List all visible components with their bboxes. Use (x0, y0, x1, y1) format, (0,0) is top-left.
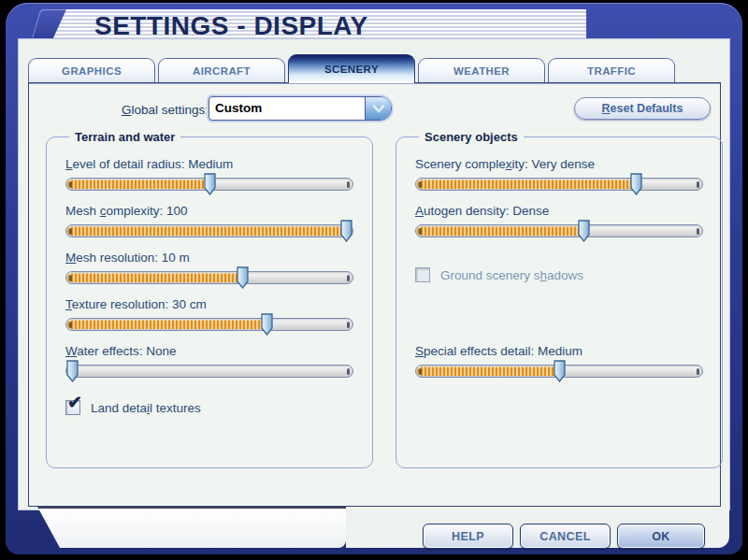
slider-end-mark (419, 228, 422, 235)
slider-thumb[interactable] (204, 173, 216, 195)
cancel-button[interactable]: CANCEL (520, 524, 611, 549)
slider-fill (417, 366, 560, 376)
slider-end-mark (69, 275, 72, 281)
slider-label: Mesh complexity: 100 (65, 204, 353, 220)
slider-track[interactable] (415, 365, 703, 378)
tab-traffic[interactable]: TRAFFIC (548, 58, 675, 83)
button-label: OK (652, 530, 670, 543)
slider-thumb[interactable] (340, 220, 352, 242)
slider-thumb[interactable] (630, 173, 642, 195)
help-button[interactable]: HELP (423, 524, 513, 549)
tab-scenery[interactable]: SCENERY (288, 54, 415, 83)
slider-row: Mesh complexity: 100 (65, 204, 353, 251)
slider-row: Level of detail radius: Medium (65, 157, 353, 204)
slider-track[interactable] (65, 318, 353, 331)
slider-row: Water effects: None (65, 344, 353, 391)
slider-end-mark (347, 181, 350, 188)
tab-label: TRAFFIC (587, 65, 636, 77)
tab-label: SCENERY (324, 64, 379, 75)
slider-thumb[interactable] (554, 360, 566, 382)
footer-button-bar: HELPCANCELOK (346, 507, 729, 548)
chevron-down-icon[interactable] (365, 97, 391, 120)
group-terrain-and-water: Terrain and water Level of detail radius… (46, 130, 373, 468)
slider-end-mark (69, 322, 72, 328)
slider-end-mark (419, 368, 422, 375)
checkbox-row: ✔ Land detail textures (65, 398, 353, 417)
settings-display-window: SETTINGS - DISPLAY GRAPHICSAIRCRAFTSCENE… (6, 3, 742, 554)
slider-thumb[interactable] (261, 313, 273, 336)
slider-row: Autogen density: Dense (415, 204, 703, 251)
slider-row: Mesh resolution: 10 m (65, 251, 353, 297)
slider-track[interactable] (415, 178, 703, 191)
slider-end-mark (69, 228, 72, 235)
slider-end-mark (69, 181, 72, 188)
slider-track[interactable] (415, 224, 703, 237)
slider-thumb[interactable] (237, 266, 249, 289)
slider-label: Scenery complexity: Very dense (415, 157, 703, 173)
slider-label: Special effects detail: Medium (415, 344, 703, 360)
checkbox-row: ✔ Ground scenery shadows (415, 266, 703, 284)
slider-fill (67, 179, 210, 189)
slider-end-mark (347, 322, 350, 328)
slider-label: Level of detail radius: Medium (65, 157, 353, 173)
slider-label: Mesh resolution: 10 m (65, 251, 353, 266)
checkbox-label: Land detail textures (91, 401, 201, 415)
slider-label: Autogen density: Dense (415, 204, 703, 220)
slider-track[interactable] (65, 224, 353, 237)
spacer (415, 284, 703, 344)
checkbox[interactable]: ✔ (65, 400, 80, 415)
ok-button[interactable]: OK (617, 524, 705, 549)
tab-label: WEATHER (453, 65, 510, 77)
slider-track[interactable] (65, 271, 353, 284)
group-title: Scenery objects (419, 130, 524, 144)
tab-weather[interactable]: WEATHER (418, 58, 545, 83)
tab-content-scenery: Global settings: Custom Reset Defaults T… (28, 82, 721, 507)
slider-row: Scenery complexity: Very dense (415, 157, 703, 204)
slider-track[interactable] (65, 178, 353, 191)
footer-panel (26, 507, 346, 548)
slider-label: Texture resolution: 30 cm (65, 297, 353, 313)
slider-end-mark (419, 181, 422, 188)
slider-fill (417, 226, 584, 236)
checkbox-label: Ground scenery shadows (440, 268, 583, 282)
button-label: CANCEL (539, 530, 590, 543)
tab-bar: GRAPHICSAIRCRAFTSCENERYWEATHERTRAFFIC (28, 54, 721, 83)
checkbox[interactable]: ✔ (415, 267, 430, 282)
slider-row: Special effects detail: Medium (415, 344, 703, 391)
slider-label: Water effects: None (65, 344, 353, 360)
global-settings-label: Global settings: (91, 103, 209, 117)
slider-thumb[interactable] (578, 220, 590, 242)
slider-fill (417, 179, 637, 189)
global-settings-dropdown[interactable]: Custom (209, 96, 392, 121)
slider-row: Texture resolution: 30 cm (65, 297, 353, 344)
check-icon: ✔ (67, 394, 82, 412)
slider-fill (67, 320, 268, 329)
slider-end-mark (347, 368, 350, 375)
slider-end-mark (697, 368, 699, 375)
slider-track[interactable] (65, 365, 353, 378)
slider-end-mark (697, 181, 699, 188)
group-scenery-objects: Scenery objects Scenery complexity: Very… (396, 130, 723, 468)
slider-fill (67, 226, 348, 236)
button-label: HELP (452, 530, 484, 543)
slider-thumb[interactable] (66, 360, 79, 382)
tab-label: GRAPHICS (62, 65, 122, 77)
tab-aircraft[interactable]: AIRCRAFT (158, 58, 285, 83)
group-title: Terrain and water (69, 130, 180, 144)
global-settings-value: Custom (209, 97, 365, 120)
window-title: SETTINGS - DISPLAY (94, 11, 368, 41)
tab-graphics[interactable]: GRAPHICS (28, 58, 155, 83)
slider-end-mark (697, 228, 699, 235)
tab-label: AIRCRAFT (193, 65, 251, 77)
slider-fill (67, 273, 243, 282)
titlebar: SETTINGS - DISPLAY (51, 9, 586, 42)
slider-end-mark (347, 275, 350, 281)
reset-defaults-button[interactable]: Reset Defaults (574, 97, 711, 120)
